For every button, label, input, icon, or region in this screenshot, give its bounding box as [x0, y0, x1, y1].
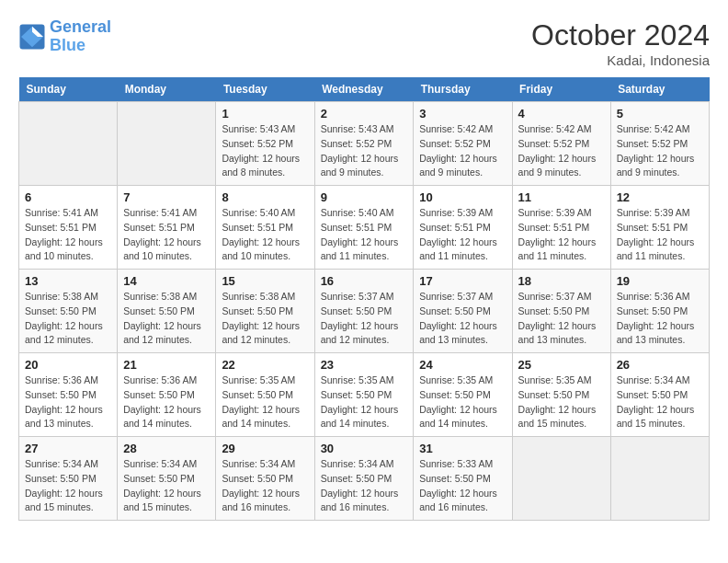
calendar-cell: 30Sunrise: 5:34 AM Sunset: 5:50 PM Dayli…	[314, 437, 414, 521]
day-info: Sunrise: 5:39 AM Sunset: 5:51 PM Dayligh…	[518, 206, 605, 264]
day-number: 10	[419, 190, 506, 204]
day-info: Sunrise: 5:37 AM Sunset: 5:50 PM Dayligh…	[321, 290, 408, 348]
day-number: 7	[123, 190, 210, 204]
weekday-label: Thursday	[414, 77, 512, 102]
day-number: 5	[617, 107, 703, 121]
day-number: 22	[222, 358, 308, 372]
day-number: 8	[222, 190, 308, 204]
day-number: 3	[419, 107, 506, 121]
calendar-cell: 1Sunrise: 5:43 AM Sunset: 5:52 PM Daylig…	[216, 102, 314, 186]
calendar-week-row: 1Sunrise: 5:43 AM Sunset: 5:52 PM Daylig…	[19, 102, 710, 186]
calendar-cell: 23Sunrise: 5:35 AM Sunset: 5:50 PM Dayli…	[314, 353, 414, 437]
weekday-header-row: SundayMondayTuesdayWednesdayThursdayFrid…	[19, 77, 710, 102]
day-number: 20	[25, 358, 111, 372]
day-number: 27	[25, 442, 111, 455]
calendar-cell: 22Sunrise: 5:35 AM Sunset: 5:50 PM Dayli…	[216, 353, 314, 437]
day-info: Sunrise: 5:35 AM Sunset: 5:50 PM Dayligh…	[321, 373, 408, 431]
day-info: Sunrise: 5:41 AM Sunset: 5:51 PM Dayligh…	[123, 206, 210, 264]
calendar-cell: 11Sunrise: 5:39 AM Sunset: 5:51 PM Dayli…	[512, 186, 610, 270]
day-info: Sunrise: 5:35 AM Sunset: 5:50 PM Dayligh…	[518, 373, 605, 431]
weekday-label: Friday	[512, 77, 610, 102]
day-info: Sunrise: 5:37 AM Sunset: 5:50 PM Dayligh…	[419, 290, 506, 348]
calendar-cell: 14Sunrise: 5:38 AM Sunset: 5:50 PM Dayli…	[118, 270, 216, 353]
day-info: Sunrise: 5:34 AM Sunset: 5:50 PM Dayligh…	[25, 457, 111, 515]
calendar-week-row: 20Sunrise: 5:36 AM Sunset: 5:50 PM Dayli…	[19, 353, 710, 437]
calendar-body: 1Sunrise: 5:43 AM Sunset: 5:52 PM Daylig…	[19, 102, 710, 521]
calendar-cell: 17Sunrise: 5:37 AM Sunset: 5:50 PM Dayli…	[414, 270, 512, 353]
day-number: 24	[419, 358, 506, 372]
calendar-week-row: 27Sunrise: 5:34 AM Sunset: 5:50 PM Dayli…	[19, 437, 710, 521]
day-info: Sunrise: 5:38 AM Sunset: 5:50 PM Dayligh…	[25, 290, 111, 348]
calendar-cell: 20Sunrise: 5:36 AM Sunset: 5:50 PM Dayli…	[19, 353, 118, 437]
location: Kadai, Indonesia	[531, 52, 710, 68]
logo-text: GeneralBlue	[50, 18, 111, 55]
day-number: 31	[419, 442, 506, 455]
calendar-cell: 7Sunrise: 5:41 AM Sunset: 5:51 PM Daylig…	[118, 186, 216, 270]
calendar-cell: 25Sunrise: 5:35 AM Sunset: 5:50 PM Dayli…	[512, 353, 610, 437]
weekday-label: Saturday	[610, 77, 709, 102]
day-number: 29	[222, 442, 308, 455]
calendar-cell: 28Sunrise: 5:34 AM Sunset: 5:50 PM Dayli…	[118, 437, 216, 521]
day-number: 9	[321, 190, 408, 204]
title-block: October 2024 Kadai, Indonesia	[531, 18, 710, 68]
weekday-label: Monday	[118, 77, 216, 102]
day-info: Sunrise: 5:36 AM Sunset: 5:50 PM Dayligh…	[123, 373, 210, 431]
calendar-cell: 27Sunrise: 5:34 AM Sunset: 5:50 PM Dayli…	[19, 437, 118, 521]
day-info: Sunrise: 5:37 AM Sunset: 5:50 PM Dayligh…	[518, 290, 605, 348]
calendar-cell: 19Sunrise: 5:36 AM Sunset: 5:50 PM Dayli…	[610, 270, 709, 353]
calendar-cell: 10Sunrise: 5:39 AM Sunset: 5:51 PM Dayli…	[414, 186, 512, 270]
day-number: 21	[123, 358, 210, 372]
day-number: 23	[321, 358, 408, 372]
day-number: 13	[25, 274, 111, 288]
day-number: 17	[419, 274, 506, 288]
calendar-cell: 3Sunrise: 5:42 AM Sunset: 5:52 PM Daylig…	[414, 102, 512, 186]
day-number: 6	[25, 190, 111, 204]
day-number: 25	[518, 358, 605, 372]
calendar-cell: 4Sunrise: 5:42 AM Sunset: 5:52 PM Daylig…	[512, 102, 610, 186]
logo: GeneralBlue	[18, 18, 111, 55]
calendar-cell: 15Sunrise: 5:38 AM Sunset: 5:50 PM Dayli…	[216, 270, 314, 353]
day-info: Sunrise: 5:41 AM Sunset: 5:51 PM Dayligh…	[25, 206, 111, 264]
weekday-label: Tuesday	[216, 77, 314, 102]
calendar-cell	[118, 102, 216, 186]
day-info: Sunrise: 5:35 AM Sunset: 5:50 PM Dayligh…	[419, 373, 506, 431]
day-number: 30	[321, 442, 408, 455]
calendar-cell	[512, 437, 610, 521]
day-number: 11	[518, 190, 605, 204]
calendar-cell: 26Sunrise: 5:34 AM Sunset: 5:50 PM Dayli…	[610, 353, 709, 437]
calendar-cell: 18Sunrise: 5:37 AM Sunset: 5:50 PM Dayli…	[512, 270, 610, 353]
day-info: Sunrise: 5:43 AM Sunset: 5:52 PM Dayligh…	[321, 122, 408, 180]
calendar-cell: 6Sunrise: 5:41 AM Sunset: 5:51 PM Daylig…	[19, 186, 118, 270]
day-info: Sunrise: 5:40 AM Sunset: 5:51 PM Dayligh…	[222, 206, 308, 264]
day-info: Sunrise: 5:36 AM Sunset: 5:50 PM Dayligh…	[617, 290, 703, 348]
day-info: Sunrise: 5:43 AM Sunset: 5:52 PM Dayligh…	[222, 122, 308, 180]
calendar-cell: 24Sunrise: 5:35 AM Sunset: 5:50 PM Dayli…	[414, 353, 512, 437]
calendar-cell	[610, 437, 709, 521]
calendar-cell: 9Sunrise: 5:40 AM Sunset: 5:51 PM Daylig…	[314, 186, 414, 270]
calendar-week-row: 6Sunrise: 5:41 AM Sunset: 5:51 PM Daylig…	[19, 186, 710, 270]
calendar-cell	[19, 102, 118, 186]
day-number: 1	[222, 107, 308, 121]
day-info: Sunrise: 5:34 AM Sunset: 5:50 PM Dayligh…	[617, 373, 703, 431]
weekday-label: Sunday	[19, 77, 118, 102]
day-info: Sunrise: 5:42 AM Sunset: 5:52 PM Dayligh…	[518, 122, 605, 180]
day-number: 15	[222, 274, 308, 288]
day-info: Sunrise: 5:42 AM Sunset: 5:52 PM Dayligh…	[617, 122, 703, 180]
day-info: Sunrise: 5:33 AM Sunset: 5:50 PM Dayligh…	[419, 457, 506, 515]
day-number: 19	[617, 274, 703, 288]
logo-icon	[18, 23, 46, 51]
calendar-cell: 2Sunrise: 5:43 AM Sunset: 5:52 PM Daylig…	[314, 102, 414, 186]
day-info: Sunrise: 5:39 AM Sunset: 5:51 PM Dayligh…	[419, 206, 506, 264]
calendar-cell: 12Sunrise: 5:39 AM Sunset: 5:51 PM Dayli…	[610, 186, 709, 270]
calendar-cell: 21Sunrise: 5:36 AM Sunset: 5:50 PM Dayli…	[118, 353, 216, 437]
calendar-cell: 16Sunrise: 5:37 AM Sunset: 5:50 PM Dayli…	[314, 270, 414, 353]
day-number: 28	[123, 442, 210, 455]
calendar-cell: 13Sunrise: 5:38 AM Sunset: 5:50 PM Dayli…	[19, 270, 118, 353]
day-info: Sunrise: 5:34 AM Sunset: 5:50 PM Dayligh…	[123, 457, 210, 515]
day-info: Sunrise: 5:36 AM Sunset: 5:50 PM Dayligh…	[25, 373, 111, 431]
calendar-table: SundayMondayTuesdayWednesdayThursdayFrid…	[18, 77, 710, 521]
month-title: October 2024	[531, 18, 710, 52]
day-info: Sunrise: 5:38 AM Sunset: 5:50 PM Dayligh…	[222, 290, 308, 348]
calendar-cell: 8Sunrise: 5:40 AM Sunset: 5:51 PM Daylig…	[216, 186, 314, 270]
day-number: 4	[518, 107, 605, 121]
